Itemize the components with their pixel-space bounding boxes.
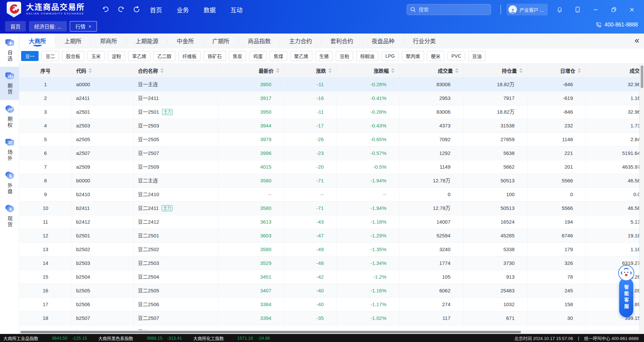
column-header-chg[interactable]: 涨跌 — [284, 64, 337, 77]
table-row[interactable]: 10b2411豆二2411主力3580-71-1.94%12.78万505135… — [19, 202, 644, 215]
minimize-button[interactable] — [592, 6, 600, 14]
exchange-tab-6[interactable]: 商品指数 — [239, 34, 280, 48]
commodity-chip-14[interactable]: 豆粕 — [336, 51, 353, 61]
refresh-icon[interactable] — [132, 5, 141, 13]
exchange-tab-0[interactable]: 大商所 — [20, 34, 55, 48]
column-header-pct[interactable]: 涨跌幅 — [337, 64, 399, 77]
sidebar-item-spot[interactable]: ¥ 现货 — [0, 199, 19, 233]
value: 3394 — [260, 315, 271, 321]
commodity-chip-17[interactable]: 聚丙烯 — [402, 51, 424, 61]
sidebar-item-futures[interactable]: 期货 — [0, 67, 19, 100]
column-header-vol[interactable]: 成交量 — [399, 64, 464, 77]
table-row[interactable]: 14b2503豆二25033529-48-1.34%17743730326631… — [19, 256, 644, 270]
redo-icon[interactable] — [117, 5, 125, 13]
cell-price: 3613 — [218, 215, 284, 229]
commodity-chip-16[interactable]: LPG — [381, 52, 399, 60]
exchange-tab-1[interactable]: 上期所 — [55, 34, 91, 48]
commodity-chip-5[interactable]: 苯乙烯 — [128, 51, 150, 61]
table-row[interactable]: 16b2505豆二25053407-40-1.16%6062254832452.… — [19, 284, 644, 298]
table-row[interactable]: 2a2411豆一24113917-16-0.41%29537917-6191.1… — [19, 92, 644, 105]
table-row[interactable]: 6a2507豆一25073996-23-0.57%129256382215191… — [19, 147, 644, 160]
commodity-chip-18[interactable]: 粳米 — [427, 51, 444, 61]
nav-item-0[interactable]: 首页 — [150, 5, 162, 14]
commodity-chip-3[interactable]: 玉米 — [87, 51, 105, 61]
table-row[interactable]: 9b2410豆二2410------010000.0万 — [19, 188, 644, 202]
smart-customer-service[interactable]: 智能客服 — [618, 265, 634, 318]
contract-name: 豆一2505 — [138, 136, 159, 142]
commodity-chip-2[interactable]: 胶合板 — [62, 51, 84, 61]
commodity-chip-15[interactable]: 棕榈油 — [356, 51, 378, 61]
commodity-chip-19[interactable]: PVC — [447, 52, 465, 60]
column-header-doi[interactable]: 日增仓 — [528, 64, 586, 77]
column-header-amt[interactable]: 成交额 — [586, 64, 644, 77]
exchange-tab-7[interactable]: 主力合约 — [280, 34, 321, 48]
table-row[interactable]: 13b2502豆二25023580-49-1.35%324053381791.1… — [19, 243, 644, 256]
table-row[interactable]: 17b2506豆二25063384-40-1.17%2741032158928.… — [19, 298, 644, 311]
sidebar-item-watchlist[interactable]: 自选 — [0, 34, 19, 67]
commodity-chip-20[interactable]: 豆油 — [468, 51, 486, 61]
table-row[interactable]: 15b2504豆二25043451-42-1.2%1059137836.26万 — [19, 270, 644, 284]
customer-service-pill[interactable]: 智能客服 — [619, 278, 633, 317]
commodity-chip-11[interactable]: 焦煤 — [270, 51, 287, 61]
vertical-scrollbar-thumb[interactable] — [641, 65, 643, 88]
cell-amt: 1.18亿 — [586, 243, 644, 256]
commodity-chip-10[interactable]: 鸡蛋 — [249, 51, 267, 61]
commodity-chip-13[interactable]: 生猪 — [315, 51, 333, 61]
exchange-tab-3[interactable]: 上期能源 — [126, 34, 167, 48]
exchange-tab-10[interactable]: 行业分类 — [404, 34, 445, 48]
notifications-bell-icon[interactable] — [555, 6, 564, 14]
column-header-oi[interactable]: 持仓量 — [464, 64, 528, 77]
table-row[interactable]: 5a2505豆一25053979-26-0.65%70922785911482.… — [19, 133, 644, 147]
commodity-chip-1[interactable]: 豆二 — [42, 51, 59, 61]
vertical-scrollbar[interactable] — [639, 64, 644, 330]
undo-icon[interactable] — [102, 5, 110, 13]
cell-price: 3384 — [218, 298, 284, 311]
exchange-tab-4[interactable]: 中金所 — [168, 34, 203, 48]
table-row[interactable]: 4a2503豆一25033944-17-0.43%4373315382321.7… — [19, 119, 644, 133]
commodity-chip-8[interactable]: 铁矿石 — [204, 51, 226, 61]
collapse-panel-icon[interactable]: « — [635, 35, 639, 46]
search-input[interactable] — [419, 7, 486, 12]
horizontal-scrollbar-thumb[interactable] — [20, 331, 521, 333]
exchange-tab-5[interactable]: 广期所 — [203, 34, 238, 48]
window-tab-1[interactable]: 经济日报: ... — [29, 21, 67, 32]
window-tab-2[interactable]: 行情× — [70, 21, 97, 32]
nav-item-2[interactable]: 数据 — [204, 5, 216, 14]
sidebar-item-options[interactable]: 期权 — [0, 100, 19, 133]
sidebar-item-otc[interactable]: 场外 — [0, 133, 19, 166]
column-header-price[interactable]: 最新价 — [218, 64, 284, 77]
exchange-tab-2[interactable]: 郑商所 — [91, 34, 126, 48]
nav-item-1[interactable]: 业务 — [177, 5, 189, 14]
commodity-chip-0[interactable]: 豆一 — [21, 51, 39, 61]
search-box[interactable] — [407, 4, 491, 15]
contract-name: 豆二2503 — [138, 260, 159, 266]
restore-button[interactable] — [610, 6, 618, 14]
column-header-name[interactable]: 合约名称 — [134, 64, 218, 77]
commodity-chip-9[interactable]: 焦炭 — [229, 51, 246, 61]
sidebar-item-overseas[interactable]: $ 外盘 — [0, 166, 19, 199]
horizontal-scrollbar[interactable] — [19, 330, 644, 334]
commodity-chip-7[interactable]: 纤维板 — [178, 51, 201, 61]
window-tab-0[interactable]: 首页 — [5, 21, 26, 32]
table-row[interactable]: 18b2507豆二25073394-35-1.02%11767130399.15… — [19, 311, 644, 325]
column-header-code[interactable]: 代码 — [72, 64, 134, 77]
user-menu[interactable]: 产业客户 ... — [506, 4, 548, 15]
table-row[interactable]: 3a2501豆一2501主力3950-11-0.28%8300618.82万-8… — [19, 105, 644, 119]
close-button[interactable] — [628, 6, 636, 14]
table-row[interactable]: 8b0000豆二主连3580-71-1.94%12.78万50513556646… — [19, 174, 644, 188]
table-row[interactable]: 1a0000豆一主连3950-11-0.28%8300618.82万-84632… — [19, 78, 644, 92]
table-row[interactable]: 11b2412豆二24123613-43-1.18%14007165241945… — [19, 215, 644, 229]
commodity-chip-12[interactable]: 聚乙烯 — [290, 51, 312, 61]
cell-chg: -11 — [284, 105, 337, 119]
mobile-app-icon[interactable] — [574, 6, 582, 14]
commodity-chip-6[interactable]: 乙二醇 — [153, 51, 175, 61]
tab-close-icon[interactable]: × — [89, 24, 91, 29]
table-row[interactable]: 19b2508豆二25083436-44-1.26%164984-9565.59… — [19, 325, 644, 330]
commodity-chip-4[interactable]: 淀粉 — [108, 51, 125, 61]
table-row[interactable]: 7a2509豆一25094015-20-0.5%114956622014635.… — [19, 160, 644, 174]
nav-item-3[interactable]: 互动 — [230, 5, 243, 14]
exchange-tab-9[interactable]: 夜盘品种 — [363, 34, 404, 48]
cell-name: 豆二2501 — [134, 229, 218, 242]
table-row[interactable]: 12b2501豆二25013603-47-1.29%52594452856746… — [19, 229, 644, 243]
exchange-tab-8[interactable]: 套利合约 — [321, 34, 362, 48]
